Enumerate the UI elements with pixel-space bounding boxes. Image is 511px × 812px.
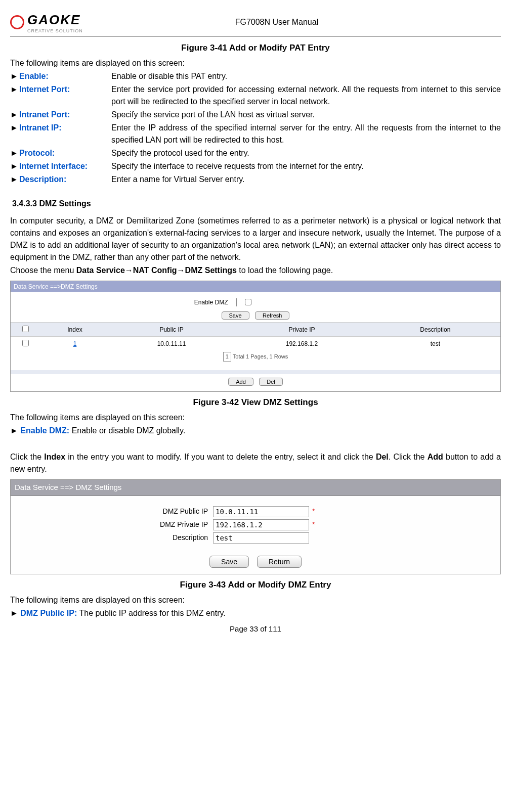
document-title: FG7008N User Manual — [53, 16, 501, 28]
dmz-public-ip-input[interactable] — [213, 506, 309, 517]
page-header: GAOKE CREATIVE SOLUTION FG7008N User Man… — [10, 10, 501, 36]
save-button[interactable]: Save — [222, 311, 249, 320]
def-protocol-desc: Specify the protocol used for the entry. — [111, 147, 501, 159]
arrow-icon: ► — [10, 609, 18, 617]
dmz-private-ip-label: DMZ Private IP — [11, 519, 213, 530]
instr-add: Add — [428, 453, 443, 461]
arrow-icon: ► — [10, 147, 19, 159]
dmz-public-ip-label: DMZ Public IP — [11, 506, 213, 517]
def-internet-port-desc: Enter the service port provided for acce… — [111, 83, 501, 108]
col-private-ip: Private IP — [233, 323, 370, 337]
page-footer: Page 33 of 111 — [10, 623, 501, 635]
dmz-list-screenshot: Data Service ==>DMZ Settings Enable DMZ … — [10, 281, 501, 392]
nav-nat-config: NAT Config — [133, 266, 177, 275]
del-button[interactable]: Del — [259, 378, 283, 386]
nav-pre: Choose the menu — [10, 266, 76, 275]
arrow-icon: ► — [10, 83, 19, 108]
description-input[interactable] — [213, 532, 309, 544]
def-enable-label: Enable: — [19, 70, 111, 82]
def-intranet-ip-label: Intranet IP: — [19, 122, 111, 146]
pager: 1 Total 1 Pages, 1 Rows — [11, 350, 500, 363]
arrow-icon: ► — [10, 109, 19, 121]
enable-dmz-checkbox[interactable] — [245, 299, 251, 305]
def-intranet-ip-desc: Enter the IP address of the specified in… — [111, 122, 501, 146]
arrow-icon: ► — [10, 173, 19, 186]
arrow-icon: ► — [10, 426, 18, 435]
save-button[interactable]: Save — [209, 556, 249, 568]
figure-3-42-caption: Figure 3-42 View DMZ Settings — [10, 396, 501, 409]
select-all-checkbox[interactable] — [22, 326, 29, 332]
row-index-link[interactable]: 1 — [73, 340, 77, 347]
fig42-def-line: ► Enable DMZ: Enable or disable DMZ glob… — [10, 425, 501, 437]
required-icon: * — [312, 519, 315, 530]
enable-dmz-def-desc: Enable or disable DMZ globally. — [69, 426, 185, 435]
dmz-paragraph: In computer security, a DMZ or Demilitar… — [10, 215, 501, 263]
nav-arrow-icon: → — [177, 266, 185, 275]
nav-data-service: Data Service — [76, 266, 125, 275]
pager-page-number: 1 — [223, 352, 231, 362]
figure-3-43-caption: Figure 3-43 Add or Modify DMZ Entry — [10, 578, 501, 592]
separator-icon — [236, 298, 237, 306]
figure-3-41-caption: Figure 3-41 Add or Modify PAT Entry — [10, 41, 501, 55]
def-internet-interface-desc: Specify the interface to receive request… — [111, 160, 501, 172]
col-description: Description — [370, 323, 500, 337]
dmz-nav-path: Choose the menu Data Service→NAT Config→… — [10, 264, 501, 277]
def-internet-interface-label: Internet Interface: — [19, 160, 111, 172]
def-protocol-label: Protocol: — [19, 147, 111, 159]
nav-post: to load the following page. — [237, 266, 333, 275]
fig43-def-line: ► DMZ Public IP: The public IP address f… — [10, 607, 501, 619]
arrow-icon: ► — [10, 122, 19, 146]
breadcrumb: Data Service ==>DMZ Settings — [11, 281, 500, 292]
def-intranet-port-desc: Specify the service port of the LAN host… — [111, 109, 501, 121]
def-internet-port-label: Internet Port: — [19, 83, 111, 108]
refresh-button[interactable]: Refresh — [255, 311, 290, 320]
col-public-ip: Public IP — [110, 323, 233, 337]
fig42-intro: The following items are displayed on thi… — [10, 412, 501, 424]
dmz-private-ip-input[interactable] — [213, 519, 309, 530]
dmz-table: Index Public IP Private IP Description 1… — [11, 322, 500, 350]
dmz-public-ip-def-desc: The public IP address for this DMZ entry… — [77, 609, 225, 617]
section-3-4-3-3-heading: 3.4.3.3 DMZ Settings — [12, 198, 501, 210]
instr-pre: Click the — [10, 453, 44, 461]
row-private-ip: 192.168.1.2 — [233, 337, 370, 351]
row-select-checkbox[interactable] — [22, 340, 29, 346]
fig41-intro: The following items are displayed on thi… — [10, 57, 501, 69]
fig41-defs: ►Enable:Enable or disable this PAT entry… — [10, 70, 501, 186]
fig42-instructions: Click the Index in the entry you want to… — [10, 451, 501, 475]
def-enable-desc: Enable or disable this PAT entry. — [111, 70, 501, 82]
dmz-edit-screenshot: Data Service ==> DMZ Settings DMZ Public… — [10, 479, 501, 574]
enable-dmz-label: Enable DMZ — [97, 298, 228, 307]
breadcrumb: Data Service ==> DMZ Settings — [11, 480, 500, 496]
arrow-icon: ► — [10, 70, 19, 82]
pager-text: Total 1 Pages, 1 Rows — [231, 353, 288, 359]
required-icon: * — [312, 506, 315, 517]
table-row: 1 10.0.11.11 192.168.1.2 test — [11, 337, 500, 351]
def-description-desc: Enter a name for Virtual Server entry. — [111, 173, 501, 186]
def-intranet-port-label: Intranet Port: — [19, 109, 111, 121]
fig43-intro: The following items are displayed on thi… — [10, 594, 501, 606]
dmz-public-ip-def-label: DMZ Public IP: — [20, 609, 77, 617]
brand-subtitle: CREATIVE SOLUTION — [27, 28, 83, 35]
instr-post: . Click the — [389, 453, 428, 461]
arrow-icon: ► — [10, 160, 19, 172]
nav-dmz-settings: DMZ Settings — [185, 266, 237, 275]
instr-del: Del — [376, 453, 389, 461]
return-button[interactable]: Return — [257, 556, 302, 568]
logo-icon — [10, 15, 24, 29]
instr-mid: in the entry you want to modify. If you … — [65, 453, 376, 461]
add-button[interactable]: Add — [228, 378, 253, 386]
instr-index: Index — [44, 453, 65, 461]
row-description: test — [370, 337, 500, 351]
divider — [11, 370, 500, 374]
def-description-label: Description: — [19, 173, 111, 186]
col-index: Index — [40, 323, 110, 337]
enable-dmz-def-label: Enable DMZ: — [20, 426, 69, 435]
row-public-ip: 10.0.11.11 — [110, 337, 233, 351]
description-label: Description — [11, 532, 213, 543]
nav-arrow-icon: → — [125, 266, 133, 275]
